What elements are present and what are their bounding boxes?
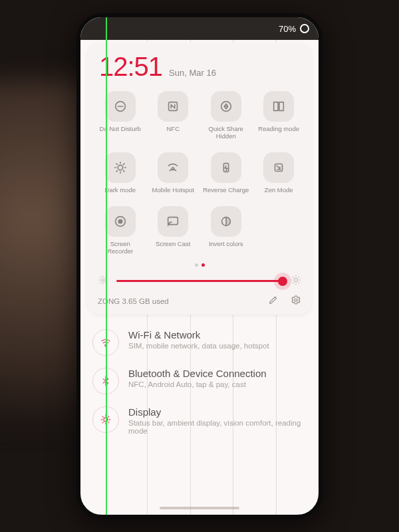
reverse-charge-icon[interactable] — [211, 152, 241, 183]
tile-label: Zen Mode — [265, 187, 293, 194]
tile-screen-recorder[interactable]: Screen Recorder — [96, 206, 144, 255]
svg-point-13 — [295, 299, 297, 301]
settings-title: Display — [128, 406, 307, 418]
screen-cast-icon[interactable] — [158, 206, 188, 237]
edit-tiles-button[interactable] — [268, 295, 279, 308]
nav-home-pill[interactable] — [160, 507, 239, 509]
mobile-hotspot-icon[interactable] — [158, 152, 188, 183]
screen-recorder-icon[interactable] — [105, 206, 136, 237]
invert-colors-icon[interactable] — [211, 206, 241, 237]
settings-title: Wi-Fi & Network — [128, 329, 269, 340]
tile-label: Screen Cast — [156, 241, 190, 248]
settings-list: Wi-Fi & NetworkSIM, mobile network, data… — [80, 329, 319, 435]
settings-subtitle: NFC, Android Auto, tap & pay, cast — [128, 380, 267, 388]
tile-label: NFC — [166, 126, 180, 133]
settings-subtitle: SIM, mobile network, data usage, hotspot — [128, 342, 269, 350]
quick-share-icon[interactable] — [211, 91, 241, 122]
screen-damage-line — [106, 17, 107, 515]
svg-point-8 — [118, 219, 122, 223]
status-bar: 70% — [80, 17, 319, 40]
data-usage: ZONG 3.65 GB used — [98, 297, 169, 305]
tile-label: Invert colors — [209, 241, 243, 248]
battery-ring-icon — [300, 24, 309, 33]
brightness-slider[interactable] — [98, 275, 301, 288]
phone-frame: 70% 12:51 Sun, Mar 16 Do Not DisturbNFCQ… — [76, 13, 323, 519]
svg-point-3 — [118, 165, 122, 170]
tile-screen-cast[interactable]: Screen Cast — [150, 206, 198, 255]
tile-label: Mobile Hotspot — [152, 187, 194, 194]
tile-invert-colors[interactable]: Invert colors — [202, 206, 250, 255]
battery-percent: 70% — [279, 24, 296, 34]
dnd-icon[interactable] — [105, 91, 136, 122]
dark-mode-icon[interactable] — [105, 152, 136, 183]
settings-row-bluetooth[interactable]: Bluetooth & Device ConnectionNFC, Androi… — [92, 368, 307, 394]
tile-label: Quick Share Hidden — [209, 126, 243, 140]
zen-mode-icon[interactable] — [263, 152, 294, 183]
brightness-track[interactable] — [116, 280, 283, 282]
tile-label: Reverse Charge — [203, 187, 249, 194]
quick-settings-grid: Do Not DisturbNFCQuick Share HiddenReadi… — [96, 91, 303, 255]
settings-subtitle: Status bar, ambient display, vision comf… — [128, 419, 307, 435]
tile-reading-mode[interactable]: Reading mode — [255, 91, 303, 140]
page-dot — [201, 263, 205, 267]
clock-date: Sun, Mar 16 — [169, 68, 216, 78]
reading-mode-icon[interactable] — [263, 91, 294, 122]
tile-dark-mode[interactable]: Dark mode — [96, 152, 144, 194]
svg-point-11 — [102, 279, 104, 281]
quick-settings-panel: 12:51 Sun, Mar 16 Do Not DisturbNFCQuick… — [87, 43, 312, 315]
nfc-icon[interactable] — [158, 91, 188, 122]
tile-zen-mode[interactable]: Zen Mode — [255, 152, 303, 194]
settings-title: Bluetooth & Device Connection — [128, 368, 267, 379]
clock-time: 12:51 — [99, 52, 162, 82]
settings-gear-button[interactable] — [291, 295, 301, 308]
page-indicator[interactable] — [96, 263, 303, 267]
brightness-high-icon — [291, 275, 301, 288]
svg-point-12 — [294, 278, 297, 281]
tile-nfc[interactable]: NFC — [150, 91, 198, 140]
tile-label: Reading mode — [258, 126, 299, 133]
tile-reverse-charge[interactable]: Reverse Charge — [202, 152, 250, 194]
brightness-thumb[interactable] — [278, 277, 287, 286]
tile-quick-share[interactable]: Quick Share Hidden — [202, 91, 250, 140]
page-dot — [195, 263, 198, 267]
settings-row-wifi-network[interactable]: Wi-Fi & NetworkSIM, mobile network, data… — [92, 329, 307, 356]
settings-row-display[interactable]: DisplayStatus bar, ambient display, visi… — [92, 406, 307, 435]
tile-mobile-hotspot[interactable]: Mobile Hotspot — [150, 152, 198, 194]
tile-label: Dark mode — [105, 187, 136, 194]
tile-label: Screen Recorder — [96, 241, 144, 255]
tile-dnd[interactable]: Do Not Disturb — [96, 91, 144, 140]
